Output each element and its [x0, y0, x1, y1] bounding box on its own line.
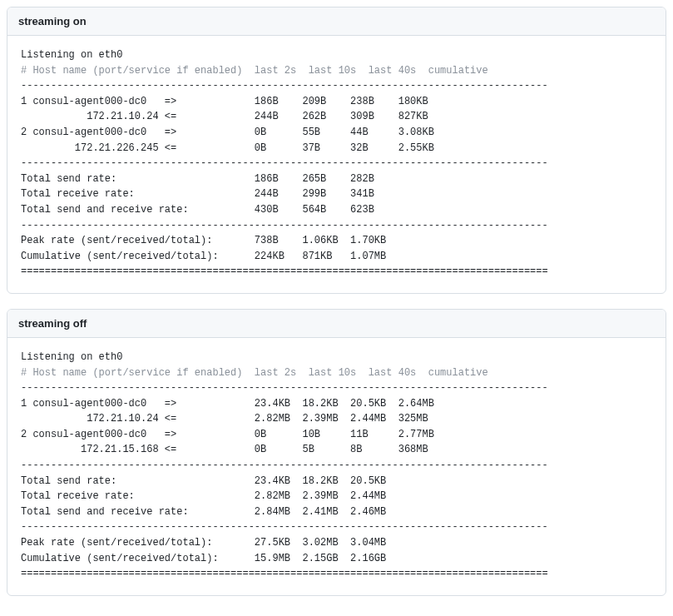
panel-title: streaming off — [18, 317, 87, 330]
panel-title: streaming on — [18, 15, 87, 27]
terminal-output: Listening on eth0 # Host name (port/serv… — [7, 338, 666, 595]
panel-streaming-off: streaming off Listening on eth0 # Host n… — [7, 309, 666, 596]
panel-header: streaming on — [7, 7, 666, 36]
panel-streaming-on: streaming on Listening on eth0 # Host na… — [7, 7, 666, 294]
terminal-output: Listening on eth0 # Host name (port/serv… — [7, 36, 666, 293]
panel-header: streaming off — [7, 310, 666, 338]
